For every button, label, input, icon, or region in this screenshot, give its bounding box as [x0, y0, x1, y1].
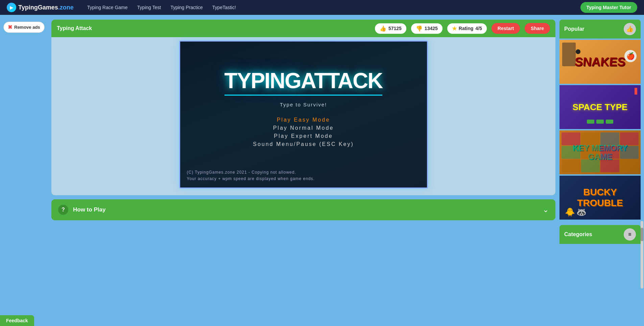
restart-button[interactable]: Restart: [492, 23, 520, 34]
logo-icon: ▶: [7, 3, 16, 12]
star-icon: ★: [452, 25, 457, 32]
page-body: ✖ Remove ads Typing Attack 👍 57125 👎 134…: [0, 15, 644, 249]
typing-master-tutor-button[interactable]: Typing Master Tutor: [580, 2, 637, 13]
thumbs-down-count: 13425: [425, 26, 438, 31]
scrollbar-track[interactable]: [641, 221, 643, 289]
apple-icon: 🍎: [624, 50, 637, 62]
thumbs-down-icon: 👎: [416, 25, 423, 32]
popular-header: Popular 👍: [559, 20, 641, 39]
footer-line2: Your accuracy + wpm speed are displayed …: [187, 176, 315, 182]
key-grid-bg: [559, 130, 641, 174]
thumbs-up-count: 57125: [388, 26, 402, 31]
menu-item-expert[interactable]: Play Expert Mode: [274, 133, 333, 139]
categories-label: Categories: [564, 231, 592, 237]
game-tagline: Type to Survive!: [280, 102, 327, 107]
bucky-game-title: BUCKY TROUBLE: [559, 187, 641, 208]
thumbs-up-icon: 👍: [380, 25, 386, 32]
snake-head: [576, 49, 580, 54]
game-thumb-bucky[interactable]: BUCKY TROUBLE 🐥 🦝: [559, 176, 641, 220]
nav-link-typing-race[interactable]: Typing Race Game: [87, 5, 128, 10]
game-area: TYPINGATTACK Type to Survive! Play Easy …: [51, 37, 555, 195]
nav-link-typing-practice[interactable]: Typing Practice: [170, 5, 203, 10]
menu-item-sound[interactable]: Sound Menu/Pause (ESC Key): [253, 141, 354, 147]
rating-label: Rating: [459, 26, 474, 31]
game-logo: TYPINGATTACK: [224, 68, 383, 96]
popular-label: Popular: [564, 26, 585, 32]
left-area: ✖ Remove ads: [3, 20, 47, 244]
remove-ads-button[interactable]: ✖ Remove ads: [3, 22, 45, 33]
thumbs-down-button[interactable]: 👎 13425: [411, 23, 443, 34]
thumbs-up-button[interactable]: 👍 57125: [375, 23, 406, 34]
share-button[interactable]: Share: [525, 23, 550, 34]
right-sidebar: Popular 👍 SNAKES 🍎 SPACE TYPE: [559, 20, 641, 244]
space-type-game-title: SPACE TYPE: [573, 102, 628, 112]
game-logo-text: TYPINGATTACK: [224, 68, 383, 96]
remove-ads-label: Remove ads: [14, 25, 40, 30]
game-title: Typing Attack: [57, 25, 370, 31]
game-card: Typing Attack 👍 57125 👎 13425 ★ Rating 4…: [51, 20, 555, 195]
menu-item-easy[interactable]: Play Easy Mode: [277, 117, 330, 123]
nav-logo[interactable]: ▶ TypingGames.zone: [7, 3, 74, 12]
navbar: ▶ TypingGames.zone Typing Race Game Typi…: [0, 0, 644, 15]
close-circle-icon: ✖: [8, 24, 12, 30]
flag-pole: [635, 88, 637, 95]
chevron-down-icon: ⌄: [543, 205, 549, 214]
center-content: Typing Attack 👍 57125 👎 13425 ★ Rating 4…: [51, 20, 555, 244]
game-canvas[interactable]: TYPINGATTACK Type to Survive! Play Easy …: [179, 41, 428, 189]
duck-icon: 🐥: [565, 207, 575, 217]
rating-value: 4/5: [475, 26, 482, 31]
game-footer: (C) TypingGames.zone 2021 - Copying not …: [187, 169, 315, 182]
popular-thumbs-icon: 👍: [624, 23, 636, 35]
snakes-game-title: SNAKES: [574, 55, 626, 69]
how-to-play-label: How to Play: [73, 206, 538, 213]
menu-item-normal[interactable]: Play Normal Mode: [273, 125, 334, 131]
nav-link-typing-test[interactable]: Typing Test: [137, 5, 161, 10]
footer-line1: (C) TypingGames.zone 2021 - Copying not …: [187, 169, 315, 176]
scrollbar-thumb[interactable]: [641, 228, 643, 241]
nav-links: Typing Race Game Typing Test Typing Prac…: [87, 5, 236, 10]
space-platforms: [587, 120, 613, 124]
question-icon: ?: [58, 205, 68, 215]
rating-badge: ★ Rating 4/5: [447, 23, 487, 34]
nav-link-typetastic[interactable]: TypeTastic!: [212, 5, 236, 10]
feedback-button[interactable]: Feedback: [0, 315, 34, 326]
game-thumb-snakes[interactable]: SNAKES 🍎: [559, 40, 641, 84]
logo-text: TypingGames.zone: [18, 4, 74, 11]
game-thumb-memory[interactable]: KEY MEMORY GAME: [559, 130, 641, 174]
snakes-decoration: [562, 43, 576, 66]
categories-section: Categories ≡: [559, 225, 641, 244]
categories-header[interactable]: Categories ≡: [559, 225, 641, 244]
raccoon-icon: 🦝: [576, 207, 587, 217]
categories-icon: ≡: [624, 228, 636, 241]
how-to-play-section[interactable]: ? How to Play ⌄: [51, 199, 555, 220]
game-menu: Play Easy Mode Play Normal Mode Play Exp…: [253, 117, 354, 147]
game-thumb-space-type[interactable]: SPACE TYPE: [559, 85, 641, 129]
game-card-header: Typing Attack 👍 57125 👎 13425 ★ Rating 4…: [51, 20, 555, 37]
